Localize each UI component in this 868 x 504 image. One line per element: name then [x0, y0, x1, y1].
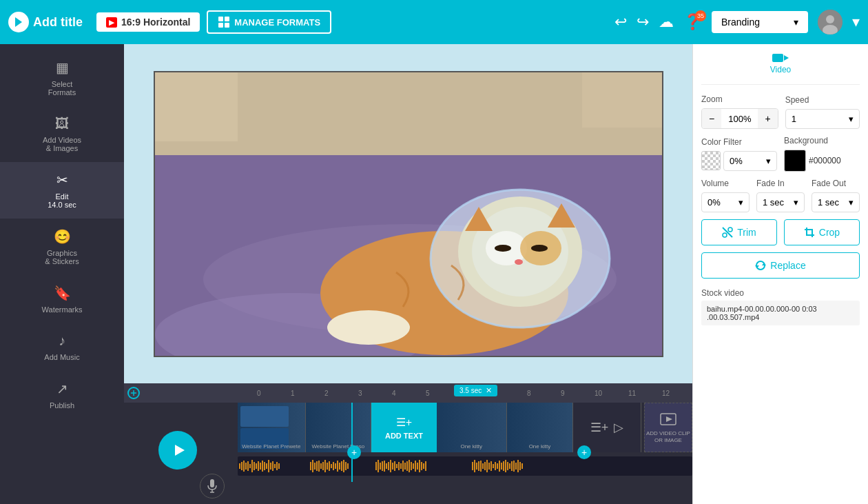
- svg-rect-113: [511, 461, 513, 471]
- cloud-save-button[interactable]: ☁: [659, 13, 674, 31]
- graphics-stickers-icon: 😊: [54, 228, 71, 245]
- sidebar-item-add-music[interactable]: ♪ Add Music: [0, 323, 124, 371]
- manage-formats-button[interactable]: MANAGE FORMATS: [207, 10, 331, 34]
- zoom-value: 100%: [721, 110, 758, 128]
- clip-5[interactable]: One kitty: [507, 403, 574, 452]
- svg-rect-90: [419, 460, 420, 472]
- zoom-control: − 100% +: [701, 108, 778, 129]
- sidebar-item-add-videos[interactable]: 🖼 Add Videos & Images: [0, 106, 124, 162]
- svg-rect-91: [421, 462, 422, 470]
- undo-button[interactable]: ↩: [614, 13, 627, 31]
- sidebar-item-select-formats[interactable]: ▦ Select Formats: [0, 50, 124, 106]
- svg-rect-77: [392, 463, 393, 470]
- redo-button[interactable]: ↪: [637, 13, 649, 31]
- zoom-increase-button[interactable]: +: [758, 109, 777, 128]
- account-chevron[interactable]: ▾: [852, 13, 860, 31]
- svg-rect-118: [521, 463, 523, 469]
- microphone-icon: [207, 479, 218, 493]
- format-pill[interactable]: ▶ 16:9 Horizontal: [96, 12, 200, 32]
- sidebar-item-graphics-stickers[interactable]: 😊 Graphics & Stickers: [0, 219, 124, 275]
- logo-icon: [8, 12, 29, 32]
- video-panel-label: Video: [770, 65, 791, 74]
- branding-dropdown[interactable]: Branding ▾: [712, 11, 808, 33]
- svg-rect-36: [251, 460, 253, 472]
- format-label: 16:9 Horizontal: [121, 17, 190, 28]
- clip-4[interactable]: One kitty: [437, 403, 507, 452]
- svg-marker-29: [666, 416, 672, 422]
- add-video-clip-button[interactable]: ADD VIDEO CLIP OR IMAGE: [644, 403, 692, 452]
- trim-button[interactable]: Trim: [701, 219, 777, 245]
- color-background-row: Color Filter 0% ▾ Background #000000: [701, 136, 860, 172]
- svg-rect-86: [411, 462, 412, 470]
- video-frame: [154, 71, 663, 357]
- svg-rect-55: [320, 463, 322, 469]
- manage-formats-label: MANAGE FORMATS: [234, 17, 320, 28]
- svg-rect-66: [343, 460, 344, 472]
- add-clip-plus-2[interactable]: +: [577, 445, 591, 459]
- clip-1-label: Website Planet Prewete: [242, 443, 300, 450]
- color-filter-dropdown[interactable]: 0% ▾: [723, 151, 777, 171]
- fade-out-chevron-icon: ▾: [849, 197, 854, 208]
- svg-point-127: [728, 228, 732, 232]
- add-text-icon: ☰+: [396, 416, 412, 429]
- svg-rect-72: [382, 461, 383, 471]
- svg-rect-41: [262, 461, 263, 472]
- svg-rect-39: [258, 461, 259, 471]
- user-avatar[interactable]: [818, 10, 843, 34]
- svg-rect-98: [480, 461, 482, 472]
- volume-label: Volume: [701, 179, 750, 188]
- svg-rect-71: [380, 463, 381, 470]
- svg-rect-92: [423, 463, 424, 469]
- clip-5-label: One kitty: [529, 443, 551, 450]
- background-color-swatch[interactable]: [784, 150, 806, 172]
- fade-in-dropdown[interactable]: 1 sec ▾: [756, 192, 805, 212]
- add-clip-plus-1[interactable]: +: [347, 445, 361, 459]
- clip-3-selected[interactable]: ☰+ ADD TEXT: [371, 403, 437, 452]
- clip-6-icon1: ☰+: [590, 420, 609, 435]
- svg-rect-73: [384, 461, 385, 472]
- sidebar-label-graphics-stickers: Graphics & Stickers: [45, 249, 79, 265]
- right-panel: Video Zoom − 100% + Speed 1 ▾: [692, 44, 868, 504]
- fade-in-value: 1 sec: [763, 197, 784, 208]
- microphone-button[interactable]: [200, 474, 225, 498]
- svg-point-126: [723, 233, 727, 237]
- sidebar: ▦ Select Formats 🖼 Add Videos & Images ✂…: [0, 44, 124, 504]
- svg-rect-34: [247, 461, 249, 471]
- crop-button[interactable]: Crop: [784, 219, 860, 245]
- waveform-svg: [238, 456, 692, 476]
- svg-rect-69: [375, 462, 377, 470]
- svg-rect-37: [254, 462, 255, 470]
- speed-dropdown[interactable]: 1 ▾: [785, 109, 860, 129]
- svg-rect-89: [417, 463, 418, 470]
- svg-rect-114: [513, 461, 515, 472]
- clip-close-button[interactable]: ✕: [486, 386, 492, 395]
- fade-out-dropdown[interactable]: 1 sec ▾: [812, 192, 860, 212]
- sidebar-item-watermarks[interactable]: 🔖 Watermarks: [0, 275, 124, 323]
- svg-rect-35: [249, 464, 251, 468]
- svg-rect-68: [347, 463, 349, 469]
- cat-video-frame: [155, 72, 663, 357]
- svg-rect-94: [472, 462, 473, 470]
- background-color-value: #000000: [809, 156, 841, 165]
- sidebar-item-edit[interactable]: ✂ Edit 14.0 sec: [0, 162, 124, 219]
- audio-waveform-track: ♪+: [238, 456, 692, 476]
- svg-marker-119: [175, 445, 185, 456]
- clip-time-value: 3.5 sec: [459, 387, 482, 394]
- zoom-decrease-button[interactable]: −: [702, 109, 721, 128]
- svg-rect-70: [378, 460, 379, 472]
- clip-2[interactable]: Website Planet Proso: [306, 403, 372, 452]
- svg-rect-63: [337, 461, 338, 472]
- fade-out-label: Fade Out: [812, 179, 860, 188]
- svg-rect-116: [517, 460, 519, 472]
- svg-rect-3: [218, 23, 223, 28]
- chevron-down-icon: ▾: [794, 17, 798, 28]
- notifications-button[interactable]: ❓ 35: [683, 13, 702, 31]
- volume-dropdown[interactable]: 0% ▾: [701, 192, 750, 212]
- svg-rect-59: [329, 461, 330, 471]
- clip-1[interactable]: Website Planet Prewete: [238, 403, 306, 452]
- replace-button[interactable]: Replace: [701, 252, 860, 279]
- sidebar-item-publish[interactable]: ↗ Publish: [0, 371, 124, 419]
- svg-rect-50: [310, 462, 311, 470]
- play-button[interactable]: [158, 431, 197, 470]
- clip-time-bubble: 3.5 sec ✕: [454, 385, 497, 396]
